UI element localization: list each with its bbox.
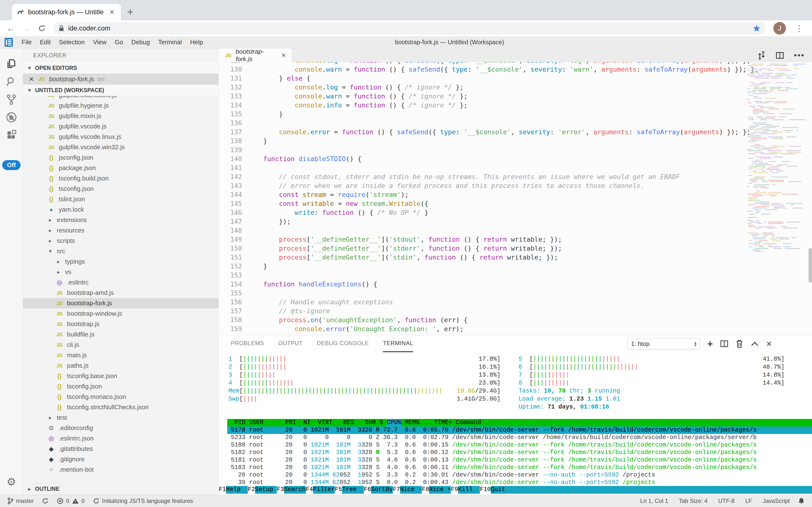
- forward-icon[interactable]: →: [22, 24, 30, 33]
- minimap[interactable]: [746, 62, 808, 335]
- reload-icon[interactable]: [38, 24, 46, 33]
- tree-item-.eslintrc[interactable]: ◎.eslintrc: [23, 277, 218, 288]
- tree-item-tslint.json[interactable]: {}tslint.json: [23, 194, 218, 205]
- tree-item-gulpfile.vscode.js[interactable]: JSgulpfile.vscode.js: [23, 121, 218, 131]
- tree-item-typings[interactable]: ▸typings: [23, 257, 218, 267]
- workspace-header[interactable]: ▾ UNTITLED (WORKSPACE): [23, 84, 218, 96]
- tree-item-gulpfile.vscode.win32.js[interactable]: JSgulpfile.vscode.win32.js: [23, 142, 218, 152]
- editor-scrollbar[interactable]: [809, 248, 812, 282]
- split-terminal-icon[interactable]: [720, 340, 728, 348]
- panel-tab-problems[interactable]: PROBLEMS: [231, 335, 264, 352]
- browser-tab[interactable]: bootstrap-fork.js — Untitled (W ✕: [12, 4, 121, 20]
- new-terminal-icon[interactable]: +: [707, 338, 713, 349]
- tree-item-yarn.lock[interactable]: ●yarn.lock: [23, 205, 218, 215]
- menu-terminal[interactable]: Terminal: [154, 39, 186, 46]
- tree-item-.mention-bot[interactable]: ≡.mention-bot: [23, 464, 218, 475]
- editor-tab-close-icon[interactable]: ✕: [281, 52, 286, 59]
- browser-tab-close-icon[interactable]: ✕: [108, 8, 116, 16]
- tree-item-bootstrap-fork.js[interactable]: JSbootstrap-fork.js: [23, 298, 218, 308]
- settings-gear-icon[interactable]: ⚙: [6, 475, 16, 488]
- terminal-select[interactable]: 1: htop ▴▾: [628, 338, 700, 349]
- compare-changes-icon[interactable]: [757, 51, 766, 60]
- htop-meter: 3[|||||||||13.8%]: [229, 372, 500, 380]
- code-editor[interactable]: 129 console.log = function () { safeSend…: [219, 62, 812, 335]
- tree-item-tsconfig.base.json[interactable]: {}tsconfig.base.json: [23, 371, 218, 381]
- tree-item-gulpfile.extensions.js[interactable]: JSgulpfile.extensions.js: [23, 96, 218, 100]
- tree-item-bootstrap-window.js[interactable]: JSbootstrap-window.js: [23, 308, 218, 319]
- tree-item-jsconfig.json[interactable]: {}jsconfig.json: [23, 152, 218, 163]
- menu-edit[interactable]: Edit: [36, 39, 55, 46]
- menu-file[interactable]: File: [17, 39, 36, 46]
- debug-disabled-icon[interactable]: [0, 108, 23, 126]
- code-line: 142 // const stdout, stderr and stdin be…: [219, 172, 742, 181]
- terminal[interactable]: 1[||||||||||||17.8%]2[||||||||||||16.1%]…: [219, 352, 812, 495]
- maximize-panel-icon[interactable]: [751, 341, 759, 347]
- close-panel-icon[interactable]: ✕: [766, 340, 772, 348]
- tree-item-src[interactable]: ▾src: [23, 246, 218, 257]
- menu-view[interactable]: View: [89, 39, 111, 46]
- source-control-icon[interactable]: [0, 91, 23, 108]
- split-editor-icon[interactable]: [775, 51, 784, 60]
- editor-tab[interactable]: JS bootstrap-fork.js ✕: [219, 48, 291, 62]
- tree-item-resources[interactable]: ▸resources: [23, 225, 218, 236]
- tree-item-tsconfig.build.json[interactable]: {}tsconfig.build.json: [23, 173, 218, 184]
- tree-item-buildfile.js[interactable]: JSbuildfile.js: [23, 329, 218, 340]
- tree-item-cli.js[interactable]: JScli.js: [23, 340, 218, 350]
- window-title: bootstrap-fork.js — Untitled (Workspace): [395, 39, 504, 46]
- tree-item-test[interactable]: ▸test: [23, 412, 218, 423]
- panel-tab-terminal[interactable]: TERMINAL: [383, 335, 413, 352]
- avatar[interactable]: J: [773, 22, 786, 35]
- tree-item-gulpfile.mixin.js[interactable]: JSgulpfile.mixin.js: [23, 111, 218, 121]
- tree-item-vs[interactable]: ▸vs: [23, 267, 218, 277]
- back-icon[interactable]: ←: [7, 24, 15, 33]
- bookmark-star-icon[interactable]: [753, 24, 761, 33]
- menu-help[interactable]: Help: [186, 39, 207, 46]
- tree-item-.gitattributes[interactable]: ◆.gitattributes: [23, 444, 218, 454]
- extensions-icon[interactable]: [0, 126, 23, 144]
- status-utf-8[interactable]: UTF-8: [718, 498, 735, 504]
- tree-item-bootstrap-amd.js[interactable]: JSbootstrap-amd.js: [23, 288, 218, 298]
- bell-icon[interactable]: [798, 497, 805, 505]
- open-editor-item[interactable]: ✕ JS bootstrap-fork.js src: [23, 73, 218, 84]
- tree-item-main.js[interactable]: JSmain.js: [23, 350, 218, 360]
- tree-item-gulpfile.hygiene.js[interactable]: JSgulpfile.hygiene.js: [23, 100, 218, 111]
- explorer-icon[interactable]: [0, 55, 23, 72]
- line-number: 141: [219, 163, 242, 172]
- status-tab-size-4[interactable]: Tab Size: 4: [679, 498, 707, 504]
- panel-tab-output[interactable]: OUTPUT: [278, 335, 303, 352]
- sync-icon[interactable]: [42, 498, 49, 504]
- new-tab-button[interactable]: +: [127, 6, 133, 18]
- tree-item-.gitignore[interactable]: ◆.gitignore: [23, 454, 218, 464]
- status-javascript[interactable]: JavaScript: [763, 498, 790, 504]
- url-bar[interactable]: ide.coder.com: [53, 22, 766, 35]
- chevron-right-icon: ▸: [47, 414, 53, 421]
- telemetry-off-badge[interactable]: Off: [2, 160, 20, 170]
- status-ln-1-col-1[interactable]: Ln 1, Col 1: [640, 498, 668, 504]
- tree-item-tsconfig.json[interactable]: {}tsconfig.json: [23, 381, 218, 392]
- tree-item-tsconfig.json[interactable]: {}tsconfig.json: [23, 184, 218, 194]
- open-editors-header[interactable]: ▾ OPEN EDITORS: [23, 62, 218, 73]
- git-branch-status[interactable]: master: [7, 497, 34, 505]
- problems-status[interactable]: 0 0: [57, 498, 84, 504]
- tree-item-gulpfile.vscode.linux.js[interactable]: JSgulpfile.vscode.linux.js: [23, 131, 218, 142]
- browser-menu-icon[interactable]: ⋮: [793, 23, 805, 33]
- tree-item-tsconfig.monaco.json[interactable]: {}tsconfig.monaco.json: [23, 392, 218, 402]
- menu-selection[interactable]: Selection: [55, 39, 89, 46]
- kill-terminal-icon[interactable]: [736, 339, 743, 348]
- tree-item-scripts[interactable]: ▸scripts: [23, 236, 218, 246]
- menu-go[interactable]: Go: [111, 39, 127, 46]
- tree-item-.editorconfig[interactable]: ⚙.editorconfig: [23, 423, 218, 433]
- tree-item-paths.js[interactable]: JSpaths.js: [23, 360, 218, 371]
- tree-item-extensions[interactable]: ▸extensions: [23, 215, 218, 225]
- outline-header[interactable]: ▸ OUTLINE: [23, 483, 218, 495]
- tree-item-bootstrap.js[interactable]: JSbootstrap.js: [23, 319, 218, 329]
- menu-debug[interactable]: Debug: [127, 39, 154, 46]
- panel-tab-debug-console[interactable]: DEBUG CONSOLE: [317, 335, 369, 352]
- more-actions-icon[interactable]: •••: [794, 51, 805, 60]
- search-icon[interactable]: [0, 72, 23, 91]
- tree-item-package.json[interactable]: {}package.json: [23, 163, 218, 173]
- status-lf[interactable]: LF: [745, 498, 752, 504]
- close-icon[interactable]: ✕: [29, 75, 34, 83]
- tree-item-tsconfig.strictNullChecks.json[interactable]: {}tsconfig.strictNullChecks.json: [23, 402, 218, 412]
- tree-item-.eslintrc.json[interactable]: ◎.eslintrc.json: [23, 433, 218, 444]
